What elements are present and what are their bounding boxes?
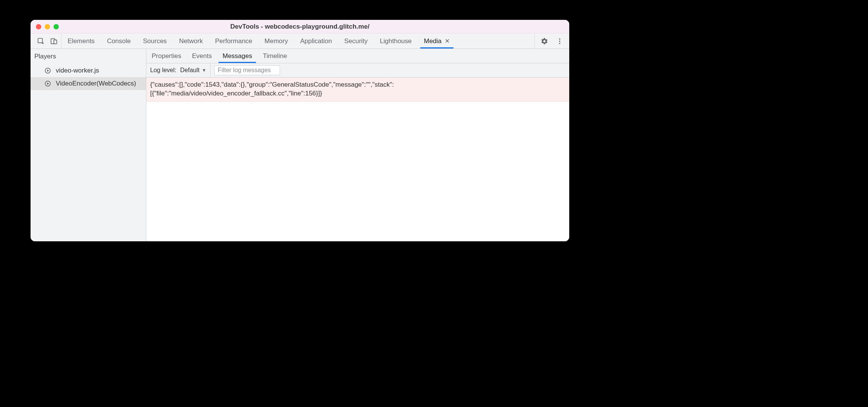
players-sidebar: Players video-worker.jsVideoEncoder(WebC… (31, 49, 146, 241)
close-icon[interactable]: ✕ (445, 37, 450, 45)
player-item[interactable]: video-worker.js (31, 64, 146, 77)
zoom-window-button[interactable] (53, 24, 59, 29)
main-tabs: ElementsConsoleSourcesNetworkPerformance… (62, 34, 456, 48)
window-title: DevTools - webcodecs-playground.glitch.m… (31, 23, 569, 31)
device-toolbar-icon[interactable] (50, 37, 58, 45)
tab-media[interactable]: Media✕ (418, 34, 456, 48)
play-icon (44, 67, 51, 74)
tab-label: Performance (215, 37, 252, 45)
devtools-window: DevTools - webcodecs-playground.glitch.m… (31, 20, 569, 241)
media-subtabs: PropertiesEventsMessagesTimeline (146, 49, 569, 63)
tab-label: Security (344, 37, 368, 45)
tab-performance[interactable]: Performance (209, 34, 258, 48)
tab-network[interactable]: Network (173, 34, 209, 48)
settings-icon[interactable] (540, 37, 549, 45)
log-level-select[interactable]: Default ▼ (180, 63, 211, 77)
message-row[interactable]: {"causes":[],"code":1543,"data":{},"grou… (146, 78, 569, 102)
tab-sources[interactable]: Sources (137, 34, 173, 48)
log-level-label: Log level: (150, 67, 177, 74)
messages-filterbar: Log level: Default ▼ (146, 63, 569, 78)
tab-security[interactable]: Security (338, 34, 374, 48)
filter-log-input[interactable] (214, 65, 280, 75)
close-window-button[interactable] (36, 24, 41, 29)
tab-label: Application (300, 37, 332, 45)
svg-rect-2 (54, 40, 57, 44)
main-tabstrip: ElementsConsoleSourcesNetworkPerformance… (31, 34, 569, 49)
inspect-element-icon[interactable] (37, 37, 45, 45)
svg-rect-0 (38, 38, 43, 43)
subtab-label: Messages (222, 52, 252, 60)
subtab-timeline[interactable]: Timeline (257, 49, 293, 63)
tab-application[interactable]: Application (294, 34, 338, 48)
chevron-down-icon: ▼ (202, 68, 206, 73)
window-controls (36, 24, 59, 29)
subtab-messages[interactable]: Messages (217, 49, 257, 63)
body-split: Players video-worker.jsVideoEncoder(WebC… (31, 49, 569, 241)
tab-label: Memory (264, 37, 288, 45)
player-label: video-worker.js (56, 67, 99, 74)
subtab-label: Events (192, 52, 212, 60)
svg-point-3 (559, 38, 560, 39)
tab-label: Elements (68, 37, 95, 45)
svg-point-4 (559, 40, 560, 42)
player-item[interactable]: VideoEncoder(WebCodecs) (31, 77, 146, 90)
more-options-icon[interactable] (555, 37, 564, 45)
tab-memory[interactable]: Memory (258, 34, 294, 48)
minimize-window-button[interactable] (45, 24, 50, 29)
log-level-value: Default (180, 67, 200, 74)
players-heading: Players (31, 49, 146, 64)
tab-label: Sources (143, 37, 167, 45)
subtab-events[interactable]: Events (186, 49, 217, 63)
inspect-tools (31, 34, 62, 48)
subtab-properties[interactable]: Properties (146, 49, 186, 63)
media-main: PropertiesEventsMessagesTimeline Log lev… (146, 49, 569, 241)
play-icon (44, 80, 51, 87)
tab-lighthouse[interactable]: Lighthouse (374, 34, 418, 48)
tab-console[interactable]: Console (101, 34, 137, 48)
players-list: video-worker.jsVideoEncoder(WebCodecs) (31, 64, 146, 90)
tab-label: Lighthouse (380, 37, 411, 45)
titlebar: DevTools - webcodecs-playground.glitch.m… (31, 20, 569, 34)
subtab-label: Timeline (263, 52, 287, 60)
tabstrip-right-tools (534, 34, 569, 48)
player-label: VideoEncoder(WebCodecs) (56, 80, 136, 87)
messages-panel: {"causes":[],"code":1543,"data":{},"grou… (146, 78, 569, 241)
tab-label: Media (424, 37, 442, 45)
svg-point-5 (559, 43, 560, 44)
tab-elements[interactable]: Elements (62, 34, 101, 48)
tabstrip-spacer (456, 34, 534, 48)
tab-label: Network (179, 37, 203, 45)
tab-label: Console (107, 37, 131, 45)
subtab-label: Properties (152, 52, 181, 60)
